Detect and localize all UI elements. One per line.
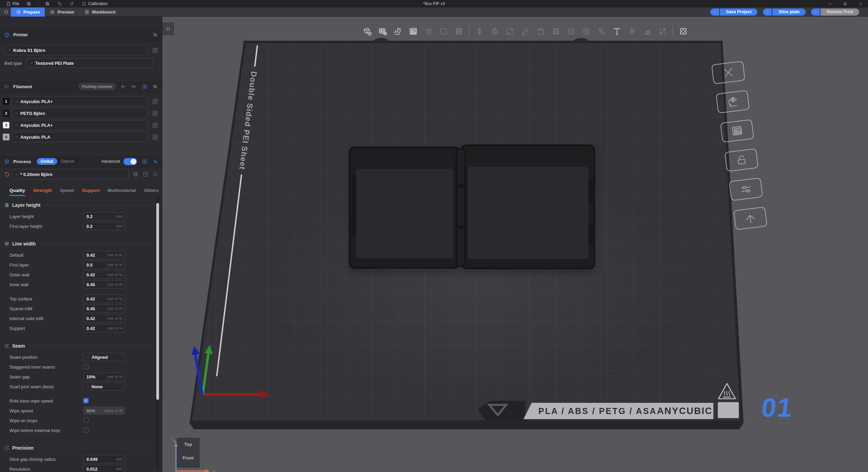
minimize-button[interactable] [822,0,837,7]
calibration-button[interactable]: Calibration [79,0,110,7]
process-tab-strength[interactable]: Strength [33,188,52,196]
setting-input[interactable]: 0.42mm or % [83,251,125,259]
tab-workbench[interactable]: Workbench [79,7,121,17]
filament-edit-button[interactable] [151,133,159,141]
save-project-dropdown[interactable] [710,8,719,16]
plate-settings-button[interactable] [407,25,419,38]
cut-button[interactable] [534,25,547,38]
sync-filament-button[interactable] [142,84,147,90]
build-plate[interactable]: Double Sided PEI Sheet PLA / ABS / PETG … [190,41,744,429]
remote-print-dropdown[interactable] [811,8,820,16]
process-list-button[interactable] [142,159,147,164]
plate-eject-button[interactable] [733,206,767,230]
sidebar-scrollbar-thumb[interactable] [156,203,159,400]
viewport-3d[interactable]: AUTO Untitled Double Sided PEI Sheet [162,17,868,472]
filament-edit-button[interactable] [151,121,159,130]
slice-plate-dropdown[interactable] [763,8,772,16]
add-plate-button[interactable] [376,25,389,38]
color-paint-button[interactable] [595,25,608,38]
filament-edit-button[interactable] [151,97,159,106]
close-button[interactable] [853,0,868,7]
split-plate-button[interactable] [437,25,450,38]
setting-checkbox[interactable] [83,428,88,433]
home-button[interactable] [3,9,9,15]
slice-plate-button[interactable]: Slice plate [772,8,806,16]
save-button[interactable] [42,0,53,7]
flushing-volumes-button[interactable]: Flushing volumes [78,83,116,90]
process-tab-quality[interactable]: Quality [9,188,25,196]
hollow-button[interactable] [565,25,577,38]
plate-adjust-button[interactable] [729,177,763,201]
text-tool-button[interactable] [610,25,623,38]
setting-input[interactable]: 0.42mm or % [83,324,125,332]
setting-select[interactable]: None [83,382,125,391]
model-box-left[interactable] [349,146,460,269]
lay-flat-button[interactable] [519,25,532,38]
filament-color-swatch[interactable]: 3 [3,122,9,129]
setting-input[interactable]: 0.049mm [83,455,125,463]
mesh-split-button[interactable] [549,25,562,38]
model-hinge[interactable] [456,149,466,267]
main-menu-button[interactable] [24,0,34,7]
tab-preview[interactable]: Preview [45,7,79,17]
add-model-button[interactable] [361,25,374,38]
setting-input[interactable]: 0.2mm [83,222,125,230]
remote-print-button[interactable]: Remote Print [821,8,859,16]
remove-filament-button[interactable] [121,84,126,90]
rotate-button[interactable] [488,25,501,38]
process-tab-multimaterial[interactable]: Multimaterial [108,188,136,196]
filament-select[interactable]: PETG Björn [12,108,148,118]
arrange-objects-button[interactable] [422,25,435,38]
plate-lock-button[interactable] [725,148,758,172]
setting-input[interactable]: 0.42mm or % [83,271,125,279]
reset-preset-button[interactable] [3,172,11,177]
plate-layout-button[interactable] [720,119,754,142]
filament-color-swatch[interactable]: 2 [3,110,9,117]
printer-edit-button[interactable] [151,46,159,55]
setting-input[interactable]: 0.42mm or % [83,295,125,303]
process-tab-others[interactable]: Others [144,188,159,196]
setting-checkbox[interactable] [83,364,88,369]
filament-color-swatch[interactable]: 4 [3,134,9,140]
solid-cube-button[interactable] [580,25,593,38]
setting-input[interactable]: 0.012mm [83,465,125,472]
move-button[interactable] [473,25,486,38]
scale-button[interactable] [504,25,516,38]
file-menu[interactable]: File [3,0,22,7]
undo-button[interactable] [55,0,65,7]
plate-flip-button[interactable] [716,90,750,113]
bed-type-select[interactable]: Textured PEI Plate [26,58,153,68]
printer-preset-select[interactable]: Kobra S1 Björn [4,45,148,55]
delete-preset-button[interactable] [142,171,149,177]
setting-select[interactable]: Aligned [83,353,125,361]
add-filament-button[interactable] [131,84,137,90]
process-tab-speed[interactable]: Speed [60,188,74,196]
setting-checkbox[interactable]: ✓ [83,398,88,403]
redo-button[interactable] [67,0,77,7]
setting-input[interactable]: 10%mm or % [83,373,125,381]
filament-edit-button[interactable] [151,109,159,118]
plate-delete-button[interactable] [711,61,745,84]
filament-settings-button[interactable] [152,84,158,90]
process-tab-support[interactable]: Support [82,188,100,196]
setting-input[interactable]: 0.45mm or % [83,304,125,313]
scope-objects-button[interactable]: Objects [57,159,78,164]
search-settings-button[interactable] [152,171,158,177]
assembly-button[interactable] [656,25,669,38]
navigation-cube[interactable]: Top Front y x [171,437,225,472]
object-list-button[interactable] [452,25,465,38]
filament-select[interactable]: Anycubic PLA [12,132,148,142]
filament-select[interactable]: Anycubic PLA+ [12,96,148,106]
multi-plate-button[interactable] [677,25,690,38]
setting-input[interactable]: 0.2mm [83,212,125,220]
setting-input[interactable]: 0.45mm or % [83,280,125,289]
compare-presets-button[interactable] [152,159,158,164]
auto-arrange-button[interactable]: AUTO [391,25,404,38]
sidebar-collapse-button[interactable] [162,22,174,35]
setting-input[interactable]: 0.42mm or % [83,314,125,322]
printer-settings-button[interactable] [152,32,158,38]
scope-global-button[interactable]: Global [37,158,57,165]
tab-prepare[interactable]: Prepare [11,7,45,17]
model-box-right[interactable] [461,144,595,269]
filament-select[interactable]: Anycubic PLA+ [12,120,148,130]
